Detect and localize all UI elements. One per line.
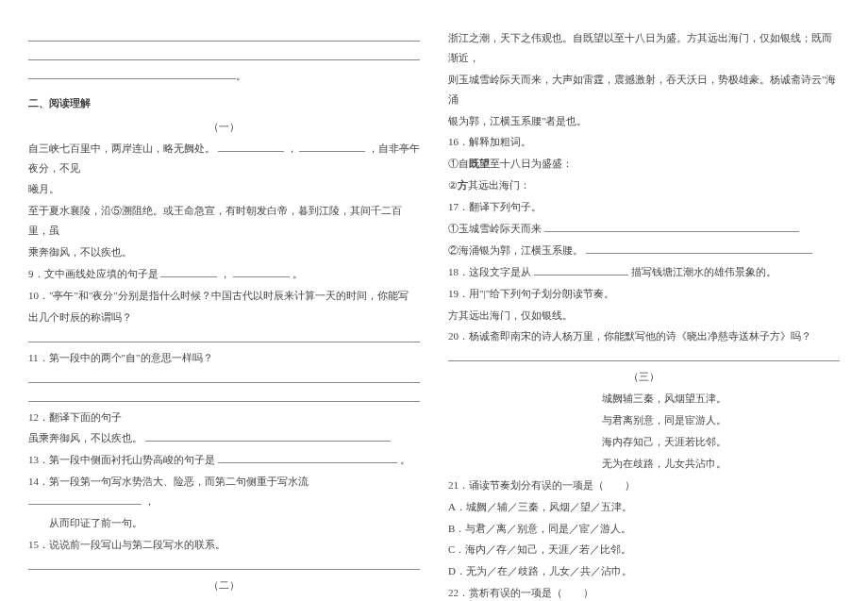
blank <box>218 462 397 463</box>
section-title-reading: 二、阅读理解 <box>28 93 420 113</box>
text: 其远出海门： <box>468 179 530 191</box>
blank-line <box>28 28 420 42</box>
text: ①自 <box>448 158 469 169</box>
text: 虽乘奔御风，不以疾也。 <box>28 432 142 443</box>
blank-line <box>28 47 420 60</box>
passage-2-label: （二） <box>28 576 420 595</box>
text: ， <box>220 268 230 279</box>
text: 从而印证了前一句。 <box>49 517 142 528</box>
question-21-a: A．城阙／辅／三秦，风烟／望／五津。 <box>448 497 840 517</box>
passage2-line2: 则玉城雪岭际天而来，大声如雷霆，震撼激射，吞天沃日，势极雄豪。杨诚斋诗云"海涌 <box>448 70 840 109</box>
bold-text: 方 <box>458 179 468 191</box>
question-21-c: C．海内／存／知己，天涯／若／比邻。 <box>448 540 840 559</box>
question-19: 19．用"|"给下列句子划分朗读节奏。 <box>448 284 840 304</box>
text: 自三峡七百里中，两岸连山，略无阙处。 <box>28 142 215 154</box>
poem-line4: 无为在歧路，儿女共沾巾。 <box>448 454 840 474</box>
blank <box>218 151 284 152</box>
question-15: 15．说说前一段写山与第二段写水的联系。 <box>28 535 420 555</box>
question-18: 18．这段文字是从 描写钱塘江潮水的雄伟景象的。 <box>448 262 840 282</box>
question-12-line2: 虽乘奔御风，不以疾也。 <box>28 428 420 448</box>
poem-line2: 与君离别意，同是宦游人。 <box>448 410 840 430</box>
passage1-line1: 自三峡七百里中，两岸连山，略无阙处。 ， ，自非亭午夜分，不见 <box>28 139 420 178</box>
blank <box>534 275 628 275</box>
blank-line <box>448 348 840 361</box>
left-column: 。 二、阅读理解 （一） 自三峡七百里中，两岸连山，略无阙处。 ， ，自非亭午夜… <box>28 28 420 601</box>
page-container: 。 二、阅读理解 （一） 自三峡七百里中，两岸连山，略无阙处。 ， ，自非亭午夜… <box>0 0 868 601</box>
blank <box>299 151 365 152</box>
passage1-line4: 乘奔御风，不以疾也。 <box>28 242 420 262</box>
text: 。 <box>400 454 410 465</box>
passage2-line1: 浙江之潮，天下之伟观也。自既望以至十八日为盛。方其远出海门，仅如银线；既而渐近， <box>448 28 840 68</box>
question-17-2: ②海涌银为郭，江横玉系腰。 <box>448 241 840 260</box>
text: ② <box>448 179 458 191</box>
text: ①玉城雪岭际天而来 <box>448 223 542 234</box>
passage1-line2: 曦月。 <box>28 179 420 199</box>
text: ， <box>287 142 297 154</box>
passage-1-label: （一） <box>28 117 420 137</box>
question-22: 22．赏析有误的一项是（ ） <box>448 583 840 601</box>
question-21-b: B．与君／离／别意，同是／宦／游人。 <box>448 519 840 539</box>
passage1-line3: 至于夏水襄陵，沿⑤溯阻绝。或王命急宣，有时朝发白帝，暮到江陵，其间千二百里，虽 <box>28 201 420 241</box>
question-16: 16．解释加粗词。 <box>448 132 840 152</box>
text: ， <box>144 495 155 507</box>
question-14-line1: 14．第一段第一句写水势浩大、险恶，而第二句侧重于写水流 ， <box>28 472 420 511</box>
blank-line <box>28 557 420 570</box>
text: 13．第一段中侧面衬托山势高峻的句子是 <box>28 454 215 465</box>
passage2-line3: 银为郭，江横玉系腰"者是也。 <box>448 111 840 131</box>
question-21: 21．诵读节奏划分有误的一项是（ ） <box>448 476 840 495</box>
poem-line3: 海内存知己，天涯若比邻。 <box>448 432 840 452</box>
question-12-line1: 12．翻译下面的句子 <box>28 408 420 427</box>
blank <box>145 441 391 442</box>
text: 描写钱塘江潮水的雄伟景象的。 <box>631 266 776 277</box>
blank-line <box>28 370 420 383</box>
blank-line <box>28 329 420 342</box>
question-19-text: 方其远出海门，仅如银线。 <box>448 306 840 326</box>
blank <box>28 504 142 505</box>
text: 。 <box>292 268 303 279</box>
text: 18．这段文字是从 <box>448 266 531 277</box>
question-14-line2: 从而印证了前一句。 <box>28 513 420 533</box>
blank <box>586 253 812 254</box>
text: 9．文中画线处应填的句子是 <box>28 268 159 279</box>
text: 14．第一段第一句写水势浩大、险恶，而第二句侧重于写水流 <box>28 476 309 487</box>
question-16-1: ①自既望至十八日为盛盛： <box>448 154 840 174</box>
blank <box>160 276 217 277</box>
question-10-line2: 出几个时辰的称谓吗？ <box>28 308 420 327</box>
blank-line <box>28 389 420 402</box>
bold-text: 既望 <box>469 158 490 169</box>
question-20: 20．杨诚斋即南宋的诗人杨万里，你能默写他的诗《晓出净慈寺送林子方》吗？ <box>448 326 840 346</box>
question-17: 17．翻译下列句子。 <box>448 197 840 217</box>
text: ②海涌银为郭，江横玉系腰。 <box>448 244 583 256</box>
blank <box>233 276 290 277</box>
poem-line1: 城阙辅三秦，风烟望五津。 <box>448 389 840 409</box>
blank-line-short: 。 <box>28 66 420 86</box>
question-17-1: ①玉城雪岭际天而来 <box>448 219 840 239</box>
question-11: 11．第一段中的两个"自"的意思一样吗？ <box>28 348 420 368</box>
question-21-d: D．无为／在／歧路，儿女／共／沾巾。 <box>448 561 840 581</box>
question-16-2: ②方其远出海门： <box>448 175 840 195</box>
blank <box>544 231 799 232</box>
passage-3-label: （三） <box>448 367 840 387</box>
text: 至十八日为盛盛： <box>490 158 573 169</box>
question-10-line1: 10．"亭午"和"夜分"分别是指什么时候？中国古代以时辰来计算一天的时间，你能写 <box>28 286 420 306</box>
question-13: 13．第一段中侧面衬托山势高峻的句子是 。 <box>28 450 420 470</box>
right-column: 浙江之潮，天下之伟观也。自既望以至十八日为盛。方其远出海门，仅如银线；既而渐近，… <box>448 28 840 601</box>
question-9: 9．文中画线处应填的句子是 ， 。 <box>28 264 420 284</box>
